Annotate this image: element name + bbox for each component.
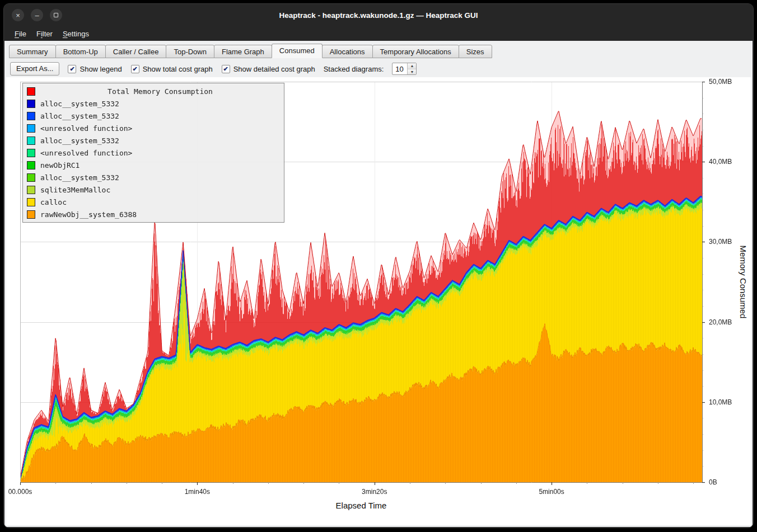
spin-down-button[interactable]: ▼ (408, 69, 416, 75)
stacked-diagrams-label: Stacked diagrams: (324, 65, 384, 73)
y-tick-label: 20,0MB (709, 318, 732, 326)
y-tick-label: 0B (709, 478, 717, 486)
tab-temporary-allocations[interactable]: Temporary Allocations (372, 45, 459, 58)
legend-swatch (27, 136, 35, 145)
tab-top-down[interactable]: Top-Down (166, 45, 214, 58)
checkbox-show-legend[interactable]: ✔Show legend (68, 65, 122, 73)
checkbox-show-detailed-cost-graph[interactable]: ✔Show detailed cost graph (222, 65, 315, 73)
x-tick-label: 5min00s (539, 488, 564, 496)
legend-label: alloc__system_5332 (40, 112, 119, 120)
tab-flame-graph[interactable]: Flame Graph (214, 45, 272, 58)
checkbox-label: Show detailed cost graph (233, 65, 315, 73)
tab-sizes[interactable]: Sizes (459, 45, 492, 58)
spin-buttons: ▲ ▼ (407, 63, 416, 74)
checkbox-label: Show legend (80, 65, 122, 73)
legend-item-7-sqlite3memmalloc: sqlite3MemMalloc (27, 183, 280, 196)
tab-bar: SummaryBottom-UpCaller / CalleeTop-DownF… (9, 44, 748, 58)
legend-swatch (27, 186, 35, 194)
y-tick-label: 30,0MB (709, 238, 732, 246)
legend-title: Total Memory Consumption (40, 87, 280, 96)
y-axis-title: Memory Consumed (739, 246, 748, 319)
legend-title-row: Total Memory Consumption (27, 85, 280, 97)
legend-label: alloc__system_5332 (40, 100, 119, 108)
heaptrack-window: × – Heaptrack - heaptrack.wakunode.1.gz … (3, 3, 754, 528)
x-tick-label: 3min20s (362, 488, 387, 496)
legend-swatch (27, 198, 35, 206)
checkbox-group: ✔Show legend✔Show total cost graph✔Show … (68, 65, 315, 73)
menu-file[interactable]: File (10, 28, 31, 40)
stacked-diagrams-spinbox[interactable]: 10 ▲ ▼ (392, 63, 417, 75)
legend-item-5-newobjrc1: newObjRC1 (27, 159, 280, 171)
legend-swatch-total (27, 87, 35, 96)
legend-label: calloc (40, 198, 67, 206)
y-tick-label: 40,0MB (709, 158, 732, 166)
legend-label: <unresolved function> (40, 124, 132, 133)
tab-caller-callee[interactable]: Caller / Callee (105, 45, 167, 58)
legend-swatch (27, 100, 35, 108)
x-axis-title: Elapsed Time (336, 501, 387, 510)
legend-item-6-alloc-system-5332: alloc__system_5332 (27, 171, 280, 183)
legend-item-9-rawnewobj-system-6388: rawNewObj__system_6388 (27, 208, 280, 220)
window-title: Heaptrack - heaptrack.wakunode.1.gz — He… (4, 4, 753, 26)
menu-filter[interactable]: Filter (31, 28, 58, 40)
checkbox-box: ✔ (68, 65, 76, 73)
legend-swatch (27, 173, 35, 182)
y-tick-label: 10,0MB (709, 398, 732, 406)
legend-label: alloc__system_5332 (40, 173, 119, 182)
legend-swatch (27, 149, 35, 157)
legend-label: newObjRC1 (40, 161, 80, 170)
tab-consumed[interactable]: Consumed (272, 44, 323, 58)
x-tick-label: 1min40s (185, 488, 210, 496)
y-tick-label: 50,0MB (709, 78, 732, 86)
legend-swatch (27, 161, 35, 170)
legend-item-0-alloc-system-5332: alloc__system_5332 (27, 97, 280, 110)
tab-summary[interactable]: Summary (9, 45, 56, 58)
menu-bar: FileFilterSettings (4, 26, 753, 41)
consumed-tab-page: SummaryBottom-UpCaller / CalleeTop-DownF… (4, 41, 753, 527)
legend-label: sqlite3MemMalloc (40, 186, 110, 194)
legend-swatch (27, 124, 35, 133)
checkbox-show-total-cost-graph[interactable]: ✔Show total cost graph (131, 65, 213, 73)
stacked-diagrams-value: 10 (392, 63, 407, 74)
legend-item-4-unresolved-function: <unresolved function> (27, 147, 280, 159)
memory-consumption-chart: Total Memory Consumptionalloc__system_53… (6, 77, 751, 525)
legend-item-2-unresolved-function: <unresolved function> (27, 122, 280, 134)
legend-item-8-calloc: calloc (27, 196, 280, 208)
x-tick-label: 00.000s (8, 488, 32, 496)
toolbar: Export As... ✔Show legend✔Show total cos… (10, 62, 417, 76)
titlebar: × – Heaptrack - heaptrack.wakunode.1.gz … (4, 4, 753, 26)
chart-legend: Total Memory Consumptionalloc__system_53… (22, 83, 284, 223)
menu-settings[interactable]: Settings (58, 28, 94, 40)
legend-swatch (27, 210, 35, 219)
legend-label: <unresolved function> (40, 149, 132, 157)
spin-up-button[interactable]: ▲ (408, 63, 416, 69)
legend-item-1-alloc-system-5332: alloc__system_5332 (27, 110, 280, 122)
tab-allocations[interactable]: Allocations (322, 45, 373, 58)
checkbox-box: ✔ (222, 65, 230, 73)
legend-swatch (27, 112, 35, 120)
checkbox-box: ✔ (131, 65, 139, 73)
legend-label: alloc__system_5332 (40, 136, 119, 145)
legend-label: rawNewObj__system_6388 (40, 210, 137, 219)
export-as-button[interactable]: Export As... (10, 62, 59, 76)
legend-item-3-alloc-system-5332: alloc__system_5332 (27, 134, 280, 147)
tab-bottom-up[interactable]: Bottom-Up (55, 45, 106, 58)
checkbox-label: Show total cost graph (143, 65, 213, 73)
